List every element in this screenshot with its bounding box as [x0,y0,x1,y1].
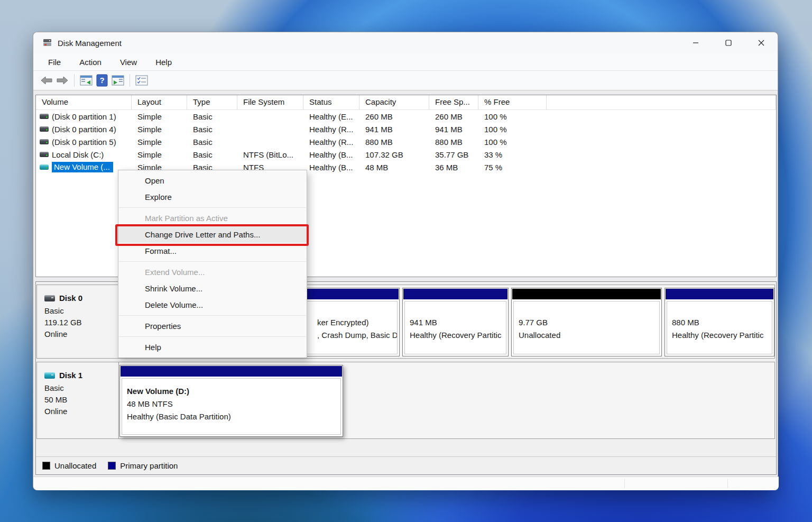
volume-cell[interactable]: Local Disk (C:) [36,150,132,159]
disk-row: Disk 1Basic50 MBOnlineNew Volume (D:)48 … [36,362,775,439]
table-cell: Healthy (E... [303,112,359,121]
context-menu-item-explore[interactable]: Explore [118,189,307,205]
menu-separator [119,336,306,337]
help-icon[interactable]: ? [94,73,110,88]
status-bar [33,477,779,490]
show-console-tree-icon[interactable] [78,73,94,88]
disk-volume-icon [40,126,49,132]
disk-volume-icon [40,164,49,170]
table-cell: Healthy (B... [303,150,359,159]
disk-label-0[interactable]: Disk 0Basic119.12 GBOnline [37,285,119,358]
title-bar[interactable]: Disk Management [33,32,778,53]
table-cell: 880 MB [429,138,478,146]
table-cell: NTFS (BitLo... [237,150,303,159]
partition-line: Healthy (Basic Data Partition) [127,410,340,423]
menu-separator [119,261,306,262]
window-controls [679,32,778,53]
partition-line: Healthy (Recovery Partitic [410,329,506,342]
menubar-item-view[interactable]: View [114,56,143,69]
column-header[interactable]: File System [237,95,303,109]
column-header[interactable]: Type [187,95,237,109]
table-row[interactable]: (Disk 0 partition 5)SimpleBasicHealthy (… [36,135,776,148]
partition-line: , Crash Dump, Basic D [317,329,397,342]
table-cell: 941 MB [359,125,429,134]
disk-management-window: Disk Management FileActionViewHelp [33,32,778,490]
context-menu-item-open[interactable]: Open [118,172,307,189]
legend-swatch-unallocated [42,462,50,470]
context-menu-item-properties[interactable]: Properties [118,318,307,334]
volume-cell[interactable]: (Disk 0 partition 1) [36,112,132,121]
column-header[interactable]: Layout [132,95,187,109]
volume-cell[interactable]: New Volume (... [36,162,132,172]
table-cell: 107.32 GB [359,150,429,159]
column-header[interactable]: % Free [478,95,547,109]
menubar-item-help[interactable]: Help [149,56,178,69]
disk-meta-line: Online [44,406,118,417]
show-action-pane-icon[interactable] [110,73,126,88]
context-menu-item-change-drive-letter-and-paths[interactable]: Change Drive Letter and Paths... [118,226,307,243]
volume-cell[interactable]: (Disk 0 partition 4) [36,125,132,134]
partition-color-bar [403,289,508,299]
toolbar-separator [74,74,75,87]
table-cell: Simple [132,150,187,159]
volume-table-body: (Disk 0 partition 1)SimpleBasicHealthy (… [36,110,776,173]
column-header[interactable]: Capacity [359,95,429,109]
back-arrow-icon[interactable] [39,73,54,88]
partition-area: New Volume (D:)48 MB NTFSHealthy (Basic … [119,362,774,438]
disk-meta-line: 50 MB [44,394,118,406]
context-menu-item-shrink-volume[interactable]: Shrink Volume... [118,280,307,297]
partition-box[interactable]: New Volume (D:)48 MB NTFSHealthy (Basic … [119,365,343,437]
disk-management-app-icon [43,39,52,47]
context-menu-item-delete-volume[interactable]: Delete Volume... [118,297,307,313]
volume-name: New Volume (... [52,162,113,172]
partition-line: 48 MB NTFS [127,398,340,410]
column-header[interactable]: Volume [36,95,132,109]
table-row[interactable]: (Disk 0 partition 1)SimpleBasicHealthy (… [36,110,776,123]
table-cell: Simple [132,112,187,121]
disk-meta: Basic50 MBOnline [44,382,118,417]
context-menu-item-format[interactable]: Format... [118,243,307,259]
partition-line: Healthy (Recovery Partitic [672,329,772,342]
column-header[interactable]: Status [303,95,359,109]
partition-line: 880 MB [672,316,772,329]
partition-text: 880 MBHealthy (Recovery Partitic [667,301,772,342]
context-menu-item-help[interactable]: Help [118,339,307,355]
partition-text: New Volume (D:)48 MB NTFSHealthy (Basic … [122,379,340,423]
column-header-filler [547,95,776,109]
legend-label: Unallocated [54,461,96,470]
table-cell: Healthy (R... [303,138,359,146]
table-row[interactable]: Local Disk (C:)SimpleBasicNTFS (BitLo...… [36,148,776,161]
table-cell: Healthy (B... [303,163,359,172]
partition-color-bar [666,289,773,299]
table-row[interactable]: (Disk 0 partition 4)SimpleBasicHealthy (… [36,123,776,135]
minimize-button[interactable] [679,32,712,53]
partition-box[interactable]: 880 MBHealthy (Recovery Partitic [665,288,774,356]
close-button[interactable] [745,32,778,53]
table-cell: Basic [187,138,237,146]
disk-name: Disk 1 [44,371,118,380]
menu-separator [119,315,306,316]
column-header[interactable]: Free Sp... [429,95,478,109]
partition-title: New Volume (D:) [127,385,340,398]
forward-arrow-icon[interactable] [54,73,70,88]
properties-icon[interactable] [134,73,150,88]
partition-box[interactable]: 941 MBHealthy (Recovery Partitic [402,288,509,356]
status-bar-separator [727,479,728,488]
volume-cell[interactable]: (Disk 0 partition 5) [36,138,132,146]
disk-name-text: Disk 1 [59,371,82,380]
partition-line: 941 MB [410,316,506,329]
table-cell: 35.77 GB [429,150,478,159]
table-cell: Healthy (R... [303,125,359,134]
partition-box[interactable]: 9.77 GBUnallocated [511,288,662,356]
maximize-button[interactable] [712,32,745,53]
disk-label-1[interactable]: Disk 1Basic50 MBOnline [37,362,119,438]
partition-text: 941 MBHealthy (Recovery Partitic [405,301,506,342]
volume-name: (Disk 0 partition 4) [52,125,116,134]
table-cell: 260 MB [429,112,478,121]
disk-meta: Basic119.12 GBOnline [44,305,118,340]
menubar-item-file[interactable]: File [42,56,67,69]
disk-name-text: Disk 0 [59,294,82,303]
disk-drive-icon [44,295,55,301]
menubar-item-action[interactable]: Action [73,56,108,69]
disk-volume-icon [40,139,49,144]
